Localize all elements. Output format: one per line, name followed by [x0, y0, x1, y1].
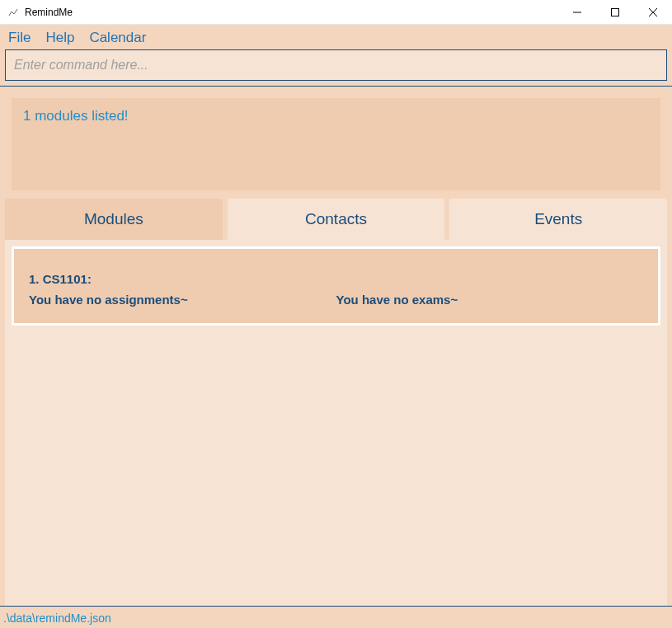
content-area: 1. CS1101: You have no assignments~ You … — [5, 240, 667, 606]
module-assignments: You have no assignments~ — [29, 293, 336, 307]
status-panel: 1 modules listed! — [12, 98, 660, 190]
tab-contacts[interactable]: Contacts — [228, 199, 445, 240]
footer-path: .\data\remindMe.json — [3, 612, 111, 625]
module-row: You have no assignments~ You have no exa… — [29, 293, 643, 307]
command-input[interactable] — [5, 49, 667, 81]
titlebar: RemindMe — [0, 0, 672, 25]
minimize-button[interactable] — [558, 0, 596, 25]
module-title: 1. CS1101: — [29, 272, 643, 286]
window-controls — [558, 0, 672, 25]
menu-file[interactable]: File — [8, 30, 31, 46]
menu-help[interactable]: Help — [45, 30, 74, 46]
divider-top — [0, 86, 672, 87]
window-title: RemindMe — [25, 7, 73, 18]
menubar: File Help Calendar — [0, 25, 672, 49]
tab-modules[interactable]: Modules — [5, 199, 223, 240]
footer: .\data\remindMe.json — [0, 606, 672, 628]
titlebar-left: RemindMe — [7, 6, 73, 19]
module-exams: You have no exams~ — [336, 293, 644, 307]
app-body: File Help Calendar 1 modules listed! Mod… — [0, 25, 672, 628]
status-message: 1 modules listed! — [23, 108, 129, 124]
menu-calendar[interactable]: Calendar — [89, 30, 146, 46]
command-area — [0, 49, 672, 86]
svg-rect-1 — [612, 8, 619, 16]
maximize-button[interactable] — [596, 0, 634, 25]
close-button[interactable] — [634, 0, 672, 25]
tab-events[interactable]: Events — [449, 199, 667, 240]
app-icon — [7, 6, 20, 19]
tabs: Modules Contacts Events — [0, 199, 672, 240]
module-card[interactable]: 1. CS1101: You have no assignments~ You … — [12, 246, 660, 326]
